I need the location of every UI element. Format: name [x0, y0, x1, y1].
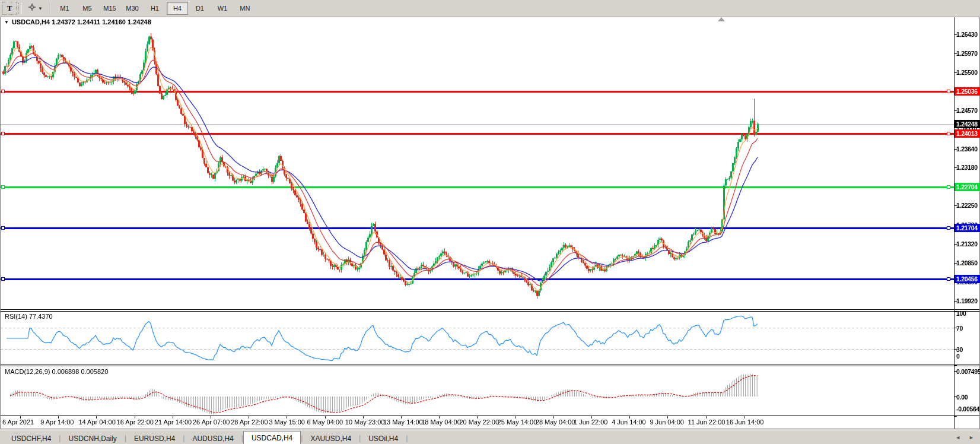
timeframe-buttons: M1M5M15M30H1H4D1W1MN	[53, 2, 256, 15]
price-tick-label: 1.21320	[956, 240, 978, 248]
chart-tab-xauusd[interactable]: XAUUSD,H4	[303, 433, 359, 444]
timeframe-button-h4[interactable]: H4	[167, 2, 188, 15]
time-axis-label: 28 Apr 22:00	[231, 418, 268, 426]
window-menu-icon[interactable]: ▼	[4, 20, 9, 25]
chart-canvas[interactable]	[0, 0, 980, 444]
chart-tab-usdcad[interactable]: USDCAD,H4	[243, 431, 301, 444]
time-axis-label: 3 May 15:00	[269, 418, 305, 426]
crosshair-icon	[28, 3, 36, 14]
price-axis: 1.264301.259701.255001.250301.245701.241…	[954, 17, 980, 429]
time-axis-label: 6 Apr 2021	[2, 418, 34, 426]
chevron-down-icon: ▼	[38, 6, 43, 11]
price-tick-label: 1.23180	[956, 164, 978, 172]
level-price-badge[interactable]: 1.21704	[954, 224, 980, 232]
time-axis-label: 10 May 23:00	[345, 418, 385, 426]
time-axis-label: 18 May 04:00	[421, 418, 461, 426]
current-price-badge: 1.24248	[954, 120, 980, 128]
price-tick-label: 1.25970	[956, 50, 978, 58]
time-axis-label: 9 Apr 14:00	[40, 418, 74, 426]
price-tick-label: 1.26430	[956, 31, 978, 39]
macd-axis-label: 0.00	[956, 394, 968, 401]
time-axis-label: 1 Jun 22:00	[574, 418, 608, 426]
level-price-badge[interactable]: 1.24013	[954, 129, 980, 138]
chart-tab-eurusd[interactable]: EURUSD,H4	[126, 433, 183, 444]
chart-tab-bar: USDCHF,H4|USDCNH,Daily|EURUSD,H4|AUDUSD,…	[0, 430, 980, 444]
timeframe-button-m1[interactable]: M1	[54, 2, 75, 15]
timeframe-button-m30[interactable]: M30	[122, 2, 143, 15]
price-tick-label: 1.19920	[956, 297, 978, 305]
macd-axis-label: -0.005641	[956, 405, 980, 413]
time-axis-label: 16 Apr 22:00	[117, 418, 154, 426]
time-axis-label: 21 Apr 14:00	[155, 418, 192, 426]
rsi-axis-label: 100	[956, 310, 966, 318]
rsi-axis-label: 0	[956, 353, 960, 360]
time-axis-label: 20 May 22:00	[459, 418, 499, 426]
chart-tab-usdchf[interactable]: USDCHF,H4	[4, 433, 59, 444]
time-axis-label: 6 May 04:00	[307, 418, 343, 426]
timeframe-button-m15[interactable]: M15	[99, 2, 120, 15]
time-axis-label: 28 May 04:00	[536, 418, 575, 426]
text-tool-button[interactable]: T	[2, 2, 17, 15]
time-axis-label: 9 Jun 04:00	[650, 418, 684, 426]
tab-separator: |	[406, 434, 408, 442]
timeframe-button-m5[interactable]: M5	[77, 2, 98, 15]
time-axis-label: 25 May 14:00	[498, 418, 537, 426]
time-axis-label: 26 Apr 07:00	[193, 418, 230, 426]
price-tick-label: 1.25500	[956, 69, 978, 77]
time-axis-label: 11 Jun 22:00	[688, 418, 726, 426]
time-axis-label: 4 Jun 14:00	[612, 418, 646, 426]
cursor-mode-button[interactable]: ▼	[25, 2, 46, 14]
toolbar-separator	[50, 2, 50, 14]
chart-tab-usoil[interactable]: USOil,H4	[361, 433, 406, 444]
time-axis-label: 16 Jun 14:00	[726, 418, 764, 426]
macd-indicator-label: MACD(12,26,9) 0.006898 0.005820	[5, 368, 108, 375]
timeframe-button-w1[interactable]: W1	[212, 2, 233, 15]
toolbar-grip[interactable]	[18, 3, 22, 14]
rsi-axis-label: 70	[956, 325, 963, 332]
timeframe-button-d1[interactable]: D1	[189, 2, 211, 15]
level-price-badge[interactable]: 1.22704	[954, 183, 980, 191]
macd-axis-label: 0.007495	[956, 368, 980, 376]
time-axis-label: 13 May 14:00	[383, 418, 423, 426]
tab-scroll-left-icon[interactable]: ◄	[955, 435, 960, 440]
rsi-indicator-label: RSI(14) 77.4370	[5, 313, 53, 320]
level-price-badge[interactable]: 1.20456	[954, 275, 980, 283]
toolbar: T ▼ M1M5M15M30H1H4D1W1MN	[0, 0, 980, 17]
timeframe-button-mn[interactable]: MN	[234, 2, 256, 15]
price-tick-label: 1.24570	[956, 107, 978, 115]
level-price-badge[interactable]: 1.25036	[954, 87, 980, 96]
price-tick-label: 1.20850	[956, 259, 978, 267]
timeframe-button-h1[interactable]: H1	[144, 2, 166, 15]
chart-tab-audusd[interactable]: AUDUSD,H4	[184, 433, 241, 444]
price-tick-label: 1.23640	[956, 145, 978, 153]
price-tick-label: 1.22250	[956, 202, 978, 210]
chart-title-text: USDCAD,H4 1.24372 1.24411 1.24160 1.2424…	[12, 18, 151, 26]
time-axis: 6 Apr 20219 Apr 14:0014 Apr 04:0016 Apr …	[0, 418, 954, 429]
chart-tab-usdcnh[interactable]: USDCNH,Daily	[61, 433, 124, 444]
tab-scroll-right-icon[interactable]: ►	[969, 435, 974, 440]
chart-title: ▼ USDCAD,H4 1.24372 1.24411 1.24160 1.24…	[4, 18, 151, 26]
time-axis-label: 14 Apr 04:00	[78, 418, 115, 426]
